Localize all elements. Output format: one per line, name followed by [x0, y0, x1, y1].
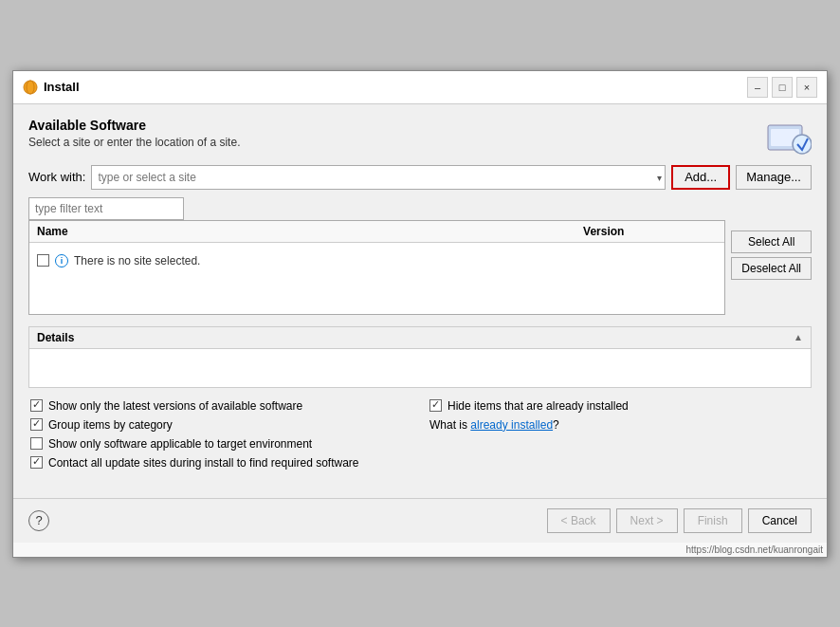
option-row-6: [429, 437, 810, 451]
deselect-all-button[interactable]: Deselect All: [731, 257, 812, 280]
site-input[interactable]: [91, 165, 666, 190]
next-button[interactable]: Next >: [616, 508, 678, 533]
title-bar: Install – □ ×: [13, 71, 827, 104]
option-label-5: Show only software applicable to target …: [48, 437, 312, 451]
table-body: i There is no site selected.: [29, 243, 724, 300]
option-checkbox-3[interactable]: [30, 418, 43, 431]
title-controls: – □ ×: [747, 77, 817, 98]
option-row-7: Contact all update sites during install …: [30, 456, 810, 470]
header-text: Available Software Select a site or ente…: [28, 118, 240, 149]
table-area: Name Version i There is no site selected…: [28, 197, 725, 315]
details-body: [29, 349, 811, 387]
add-button[interactable]: Add...: [671, 165, 730, 190]
svg-point-0: [24, 81, 37, 94]
window-title: Install: [44, 80, 80, 94]
work-with-row: Work with: ▾ Add... Manage...: [28, 165, 812, 190]
title-bar-left: Install: [23, 80, 80, 95]
cancel-button[interactable]: Cancel: [748, 508, 812, 533]
info-icon: i: [55, 254, 68, 267]
option-label-1: Show only the latest versions of availab…: [48, 399, 302, 413]
option-row-1: Show only the latest versions of availab…: [30, 399, 411, 413]
dialog-title: Available Software: [28, 118, 240, 133]
manage-button[interactable]: Manage...: [736, 165, 812, 190]
finish-button[interactable]: Finish: [684, 508, 742, 533]
filter-input[interactable]: [28, 197, 184, 220]
option-row-5: Show only software applicable to target …: [30, 437, 411, 451]
option-label-2: Hide items that are already installed: [447, 399, 629, 413]
col-version-header: Version: [490, 225, 717, 238]
back-button[interactable]: < Back: [547, 508, 611, 533]
dialog-content: Available Software Select a site or ente…: [13, 104, 827, 483]
no-site-row: i There is no site selected.: [37, 250, 717, 271]
details-section: Details ▲: [28, 326, 812, 388]
option-checkbox-5[interactable]: [30, 437, 43, 450]
dialog-subtitle: Select a site or enter the location of a…: [28, 136, 240, 149]
eclipse-icon: [23, 80, 38, 95]
option-label-7: Contact all update sites during install …: [48, 456, 359, 470]
table-header: Name Version: [29, 221, 724, 243]
options-grid: Show only the latest versions of availab…: [30, 399, 810, 470]
option-row-3: Group items by category: [30, 418, 411, 432]
no-site-checkbox[interactable]: [37, 254, 49, 267]
site-input-wrapper: ▾: [91, 165, 666, 190]
options-section: Show only the latest versions of availab…: [28, 399, 812, 470]
install-icon: [766, 118, 812, 156]
option-label-4: What is already installed?: [429, 418, 559, 432]
option-checkbox-2[interactable]: [429, 399, 442, 412]
details-header: Details ▲: [29, 327, 811, 349]
bottom-nav-buttons: < Back Next > Finish Cancel: [547, 508, 812, 533]
option-checkbox-7[interactable]: [30, 456, 43, 469]
details-label: Details: [37, 331, 74, 344]
restore-button[interactable]: □: [772, 77, 793, 98]
package-table: Name Version i There is no site selected…: [28, 220, 725, 315]
option-row-2: Hide items that are already installed: [429, 399, 810, 413]
install-dialog: Install – □ × Available Software Select …: [12, 70, 828, 558]
bottom-bar: ? < Back Next > Finish Cancel: [13, 498, 827, 543]
already-installed-link[interactable]: already installed: [470, 418, 553, 432]
work-with-label: Work with:: [28, 170, 85, 184]
col-name-header: Name: [37, 225, 490, 238]
no-site-text: There is no site selected.: [74, 254, 200, 267]
header-section: Available Software Select a site or ente…: [28, 118, 812, 156]
table-area-wrapper: Name Version i There is no site selected…: [28, 197, 812, 315]
option-checkbox-1[interactable]: [30, 399, 43, 412]
close-button[interactable]: ×: [796, 77, 817, 98]
watermark: https://blog.csdn.net/kuanrongait: [13, 543, 827, 557]
option-row-4: What is already installed?: [429, 418, 810, 432]
details-scroll-icon: ▲: [794, 332, 803, 342]
minimize-button[interactable]: –: [747, 77, 768, 98]
option-label-3: Group items by category: [48, 418, 173, 432]
select-all-button[interactable]: Select All: [731, 231, 812, 253]
help-button[interactable]: ?: [28, 510, 49, 531]
right-buttons: Select All Deselect All: [731, 197, 812, 280]
